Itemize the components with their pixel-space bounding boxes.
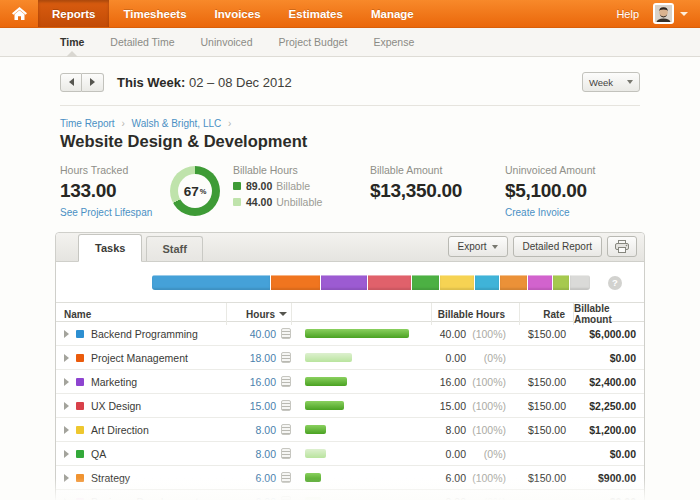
column-header-rate[interactable]: Rate bbox=[520, 303, 574, 325]
week-label: This Week: bbox=[117, 75, 185, 90]
timesheet-detail-icon[interactable] bbox=[281, 352, 291, 363]
breadcrumb-separator: › bbox=[121, 118, 124, 129]
task-distribution-segment[interactable] bbox=[412, 275, 439, 290]
task-hours-link[interactable]: 15.00 bbox=[226, 400, 276, 412]
hours-bar bbox=[305, 377, 347, 386]
timesheet-detail-icon[interactable] bbox=[281, 400, 291, 411]
panel-buttons: Export Detailed Report bbox=[448, 236, 637, 261]
uninvoiced-amount-label: Uninvoiced Amount bbox=[505, 164, 640, 176]
previous-week-button[interactable] bbox=[60, 73, 82, 92]
rate-value: $150.00 bbox=[520, 424, 574, 436]
detailed-report-button[interactable]: Detailed Report bbox=[513, 236, 602, 257]
left-arrow-icon bbox=[69, 78, 74, 86]
task-distribution-segment[interactable] bbox=[500, 275, 526, 290]
task-hours-link[interactable]: 8.00 bbox=[226, 448, 276, 460]
billable-hours-label: Billable Hours bbox=[233, 164, 370, 176]
billable-percent: (100%) bbox=[466, 400, 520, 412]
timesheet-detail-icon[interactable] bbox=[281, 424, 291, 435]
legend-swatch bbox=[233, 182, 241, 190]
avatar-photo bbox=[655, 5, 672, 22]
billable-amount-value: $0.00 bbox=[574, 352, 644, 364]
task-distribution-segment[interactable] bbox=[570, 275, 590, 290]
breadcrumb-client[interactable]: Walsh & Bright, LLC bbox=[132, 118, 222, 129]
nav-item-estimates[interactable]: Estimates bbox=[275, 0, 357, 27]
export-caret-icon bbox=[492, 245, 498, 249]
nav-item-manage[interactable]: Manage bbox=[357, 0, 428, 27]
expand-row-icon[interactable] bbox=[64, 426, 69, 434]
top-nav-right: Help bbox=[616, 0, 700, 27]
task-hours-link[interactable]: 40.00 bbox=[226, 328, 276, 340]
timesheet-detail-icon[interactable] bbox=[281, 472, 291, 483]
print-button[interactable] bbox=[607, 236, 637, 257]
create-invoice-link[interactable]: Create Invoice bbox=[505, 207, 640, 218]
task-hours-link[interactable]: 16.00 bbox=[226, 376, 276, 388]
billable-hours-value: 0.00 bbox=[446, 496, 466, 500]
task-hours-link[interactable]: 8.00 bbox=[226, 424, 276, 436]
breadcrumb-time-report[interactable]: Time Report bbox=[60, 118, 115, 129]
timesheet-detail-icon[interactable] bbox=[281, 376, 291, 387]
expand-row-icon[interactable] bbox=[64, 354, 69, 362]
column-header-hours[interactable]: Hours bbox=[226, 303, 292, 325]
see-project-lifespan-link[interactable]: See Project Lifespan bbox=[60, 207, 170, 218]
timesheet-detail-icon[interactable] bbox=[281, 496, 291, 500]
top-nav: ReportsTimesheetsInvoicesEstimatesManage… bbox=[0, 0, 700, 28]
subnav-item-time[interactable]: Time bbox=[60, 27, 84, 57]
expand-row-icon[interactable] bbox=[64, 378, 69, 386]
task-distribution-bar bbox=[152, 275, 590, 290]
column-header-billable-hours[interactable]: Billable Hours bbox=[432, 303, 520, 325]
subnav-item-project-budget[interactable]: Project Budget bbox=[278, 27, 347, 57]
dropdown-caret-icon bbox=[627, 80, 633, 84]
next-week-button[interactable] bbox=[82, 73, 104, 92]
help-bubble-icon[interactable]: ? bbox=[608, 276, 622, 290]
column-header-billable-amount[interactable]: Billable Amount bbox=[574, 303, 644, 325]
expand-row-icon[interactable] bbox=[64, 450, 69, 458]
help-link[interactable]: Help bbox=[616, 8, 639, 20]
task-distribution-segment[interactable] bbox=[152, 275, 270, 290]
billable-hours-value: 8.00 bbox=[446, 424, 466, 436]
table-row-marketing: Marketing 16.00 16.00(100%) $150.00 $2,4… bbox=[56, 370, 644, 394]
week-title: This Week: 02 – 08 Dec 2012 bbox=[117, 75, 292, 90]
task-distribution-segment[interactable] bbox=[271, 275, 320, 290]
hours-bar bbox=[305, 353, 352, 362]
task-distribution-segment[interactable] bbox=[368, 275, 411, 290]
breadcrumb-separator: › bbox=[228, 118, 231, 129]
tab-tasks[interactable]: Tasks bbox=[78, 234, 142, 262]
expand-row-icon[interactable] bbox=[64, 474, 69, 482]
column-header-bar bbox=[292, 303, 432, 325]
expand-row-icon[interactable] bbox=[64, 330, 69, 338]
task-color-swatch bbox=[76, 474, 84, 482]
timesheet-detail-icon[interactable] bbox=[281, 448, 291, 459]
report-subnav: TimeDetailed TimeUninvoicedProject Budge… bbox=[0, 28, 700, 57]
table-header: Name Hours Billable Hours Rate Billable … bbox=[56, 302, 644, 322]
home-icon[interactable] bbox=[0, 0, 38, 27]
nav-item-invoices[interactable]: Invoices bbox=[201, 0, 275, 27]
task-distribution-segment[interactable] bbox=[440, 275, 474, 290]
printer-icon bbox=[615, 240, 629, 253]
subnav-item-detailed-time[interactable]: Detailed Time bbox=[110, 27, 174, 57]
nav-item-timesheets[interactable]: Timesheets bbox=[109, 0, 200, 27]
billable-amount-stat: Billable Amount $13,350.00 bbox=[370, 164, 505, 202]
task-distribution-segment[interactable] bbox=[528, 275, 553, 290]
timesheet-detail-icon[interactable] bbox=[281, 328, 291, 339]
subnav-item-expense[interactable]: Expense bbox=[373, 27, 414, 57]
task-hours-link[interactable]: 6.00 bbox=[226, 472, 276, 484]
account-menu-caret-icon[interactable] bbox=[680, 12, 688, 16]
task-distribution-segment[interactable] bbox=[553, 275, 569, 290]
nav-item-reports[interactable]: Reports bbox=[38, 0, 109, 27]
task-distribution-segment[interactable] bbox=[321, 275, 367, 290]
export-button[interactable]: Export bbox=[448, 236, 508, 257]
hours-bar bbox=[305, 473, 321, 482]
user-avatar[interactable] bbox=[653, 3, 674, 24]
panel-tab-strip: TasksStaff Export Detailed Report bbox=[56, 233, 644, 262]
task-hours-link[interactable]: 18.00 bbox=[226, 352, 276, 364]
column-header-name[interactable]: Name bbox=[56, 303, 226, 325]
subnav-item-uninvoiced[interactable]: Uninvoiced bbox=[201, 27, 253, 57]
billable-hours-stat: Billable Hours 89.00 Billable 44.00 Unbi… bbox=[233, 164, 370, 208]
task-name: UX Design bbox=[91, 400, 141, 412]
donut-percent: 67% bbox=[170, 166, 220, 216]
task-hours-link[interactable]: 6.00 bbox=[226, 496, 276, 500]
tab-staff[interactable]: Staff bbox=[146, 236, 202, 261]
period-dropdown[interactable]: Week bbox=[582, 72, 640, 92]
task-distribution-segment[interactable] bbox=[475, 275, 499, 290]
expand-row-icon[interactable] bbox=[64, 402, 69, 410]
